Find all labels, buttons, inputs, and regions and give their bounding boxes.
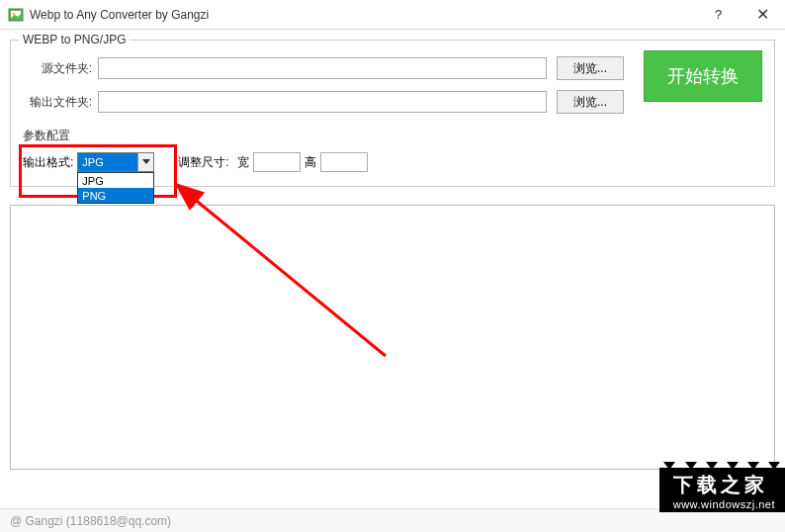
output-folder-label: 输出文件夹: bbox=[23, 94, 92, 111]
browse-source-button[interactable]: 浏览... bbox=[557, 56, 624, 80]
main-groupbox: WEBP to PNG/JPG 开始转换 源文件夹: 浏览... 输出文件夹: … bbox=[10, 40, 775, 187]
params-section-label: 参数配置 bbox=[23, 128, 762, 144]
browse-output-button[interactable]: 浏览... bbox=[557, 90, 624, 114]
output-format-combo[interactable]: JPG JPG PNG bbox=[77, 152, 154, 172]
resize-label: 调整尺寸: bbox=[178, 154, 228, 171]
combo-option-jpg[interactable]: JPG bbox=[78, 173, 153, 188]
start-convert-button[interactable]: 开始转换 bbox=[644, 50, 762, 102]
log-output-area[interactable] bbox=[10, 205, 775, 470]
groupbox-legend: WEBP to PNG/JPG bbox=[19, 33, 130, 46]
titlebar: Webp to Any Converter by Gangzi ? ✕ bbox=[0, 0, 785, 30]
help-button[interactable]: ? bbox=[696, 0, 741, 30]
source-folder-label: 源文件夹: bbox=[23, 60, 92, 77]
window-title: Webp to Any Converter by Gangzi bbox=[30, 8, 696, 22]
height-input[interactable] bbox=[320, 152, 368, 172]
height-label: 高 bbox=[305, 154, 316, 171]
output-folder-row: 输出文件夹: 浏览... bbox=[23, 90, 624, 114]
params-row: 输出格式: JPG JPG PNG 调整尺寸: 宽 高 bbox=[23, 152, 762, 172]
width-input[interactable] bbox=[253, 152, 301, 172]
output-folder-input[interactable] bbox=[98, 91, 547, 113]
watermark-badge: 下载之家 www.windowszj.net bbox=[659, 468, 785, 512]
watermark-url: www.windowszj.net bbox=[673, 498, 775, 510]
width-label: 宽 bbox=[237, 154, 249, 171]
app-icon bbox=[8, 7, 24, 23]
close-button[interactable]: ✕ bbox=[741, 0, 785, 30]
combo-input[interactable]: JPG bbox=[77, 152, 154, 172]
combo-option-png[interactable]: PNG bbox=[78, 188, 153, 203]
source-folder-input[interactable] bbox=[98, 57, 547, 79]
source-folder-row: 源文件夹: 浏览... bbox=[23, 56, 624, 80]
window-controls: ? ✕ bbox=[696, 0, 785, 30]
content-area: WEBP to PNG/JPG 开始转换 源文件夹: 浏览... 输出文件夹: … bbox=[0, 30, 785, 187]
output-format-label: 输出格式: bbox=[23, 154, 73, 171]
watermark-title: 下载之家 bbox=[673, 472, 775, 498]
footer-credit: @ Gangzi (1188618@qq.com) bbox=[10, 514, 171, 528]
combo-dropdown: JPG PNG bbox=[77, 172, 154, 204]
combo-selected-value: JPG bbox=[78, 153, 137, 171]
chevron-down-icon[interactable] bbox=[137, 153, 153, 171]
